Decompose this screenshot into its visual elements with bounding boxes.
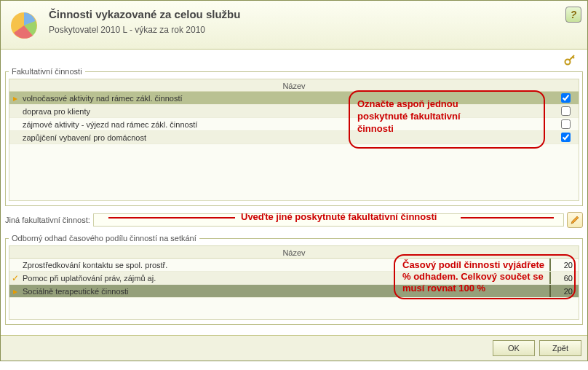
row-name: Sociálně terapeutické činnosti	[21, 287, 549, 296]
grid-column-header: Název	[9, 79, 579, 92]
row-name: zapůjčení vybavení pro domácnost	[21, 133, 484, 142]
row-name: Pomoc při uplatňování práv, zájmů aj.	[21, 274, 549, 283]
row-name: Zprostředkování kontaktu se spol. prostř…	[21, 261, 549, 269]
other-activity-label: Jiná fakultativní činnost:	[5, 216, 90, 224]
row-checkbox[interactable]	[561, 133, 571, 142]
table-row[interactable]: ✓Pomoc při uplatňování práv, zájmů aj.60	[9, 272, 579, 285]
help-button[interactable]: ?	[565, 7, 581, 23]
table-row[interactable]: doprava pro klienty	[9, 105, 579, 118]
row-marker-icon: ✓	[9, 273, 21, 283]
dialog-subtitle: Poskytovatel 2010 L - výkaz za rok 2010	[49, 25, 240, 35]
grid-column-header: Název	[9, 245, 579, 259]
table-row[interactable]: zájmové aktivity - výjezd nad rámec zákl…	[9, 118, 579, 131]
pie-chart-icon	[8, 7, 43, 42]
row-name: zájmové aktivity - výjezd nad rámec zákl…	[21, 120, 484, 129]
other-activity-input[interactable]	[93, 213, 564, 227]
row-marker-icon: ▸	[9, 286, 21, 296]
dialog-title: Činnosti vykazované za celou službu	[49, 8, 240, 20]
row-value[interactable]: 20	[549, 285, 579, 297]
table-row[interactable]: zapůjčení vybavení pro domácnost	[9, 131, 579, 144]
back-button[interactable]: Zpět	[539, 340, 581, 356]
row-name: doprava pro klienty	[21, 107, 484, 116]
svg-text:?: ?	[571, 9, 577, 20]
row-value[interactable]: 20	[549, 259, 579, 271]
fieldset-legend: Odborný odhad časového podílu činností n…	[9, 234, 199, 243]
dialog-footer: OK Zpět	[1, 335, 587, 361]
dialog-content: Fakultativní činnosti Název ▸volnočasové…	[1, 63, 587, 335]
row-value[interactable]: 60	[549, 272, 579, 284]
row-checkbox[interactable]	[561, 119, 571, 129]
dialog-window: Činnosti vykazované za celou službu Posk…	[0, 0, 588, 361]
table-row[interactable]: Zprostředkování kontaktu se spol. prostř…	[9, 259, 579, 272]
row-checkbox[interactable]	[561, 93, 571, 103]
table-row[interactable]: ▸volnočasové aktivity nad rámec zákl. či…	[9, 92, 579, 105]
dialog-header: Činnosti vykazované za celou službu Posk…	[1, 1, 587, 50]
row-marker-icon: ▸	[9, 93, 21, 103]
fieldset-odhad: Odborný odhad časového podílu činností n…	[5, 234, 583, 325]
row-name: volnočasové aktivity nad rámec zákl. čin…	[21, 94, 484, 103]
other-activity-field: Jiná fakultativní činnost:	[5, 212, 583, 228]
edit-button[interactable]	[567, 212, 583, 228]
row-checkbox[interactable]	[561, 106, 571, 116]
fieldset-legend: Fakultativní činnosti	[9, 67, 85, 76]
fieldset-fakultativni: Fakultativní činnosti Název ▸volnočasové…	[5, 67, 583, 206]
ok-button[interactable]: OK	[493, 340, 535, 356]
svg-line-4	[573, 57, 574, 58]
table-row[interactable]: ▸Sociálně terapeutické činnosti20	[9, 285, 579, 298]
